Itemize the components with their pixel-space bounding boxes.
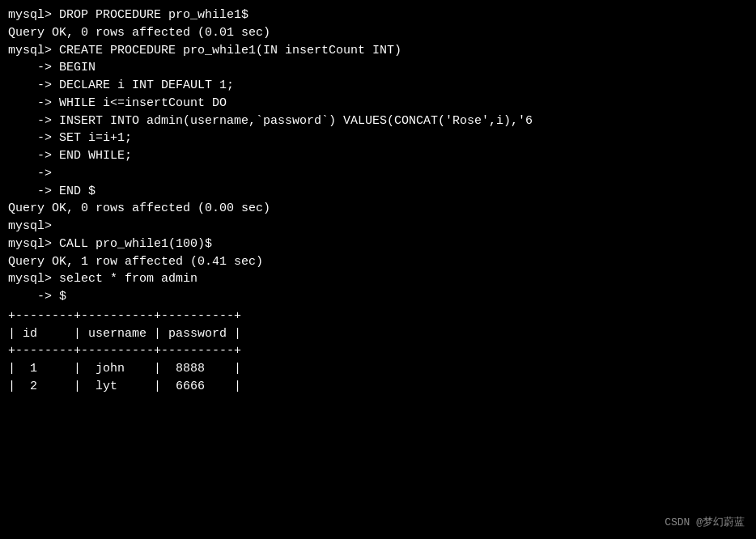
line-13: Query OK, 0 rows affected (0.00 sec): [8, 200, 748, 218]
line-10: -> END WHILE;: [8, 147, 748, 165]
line-15: mysql>: [8, 218, 748, 236]
line-9: -> SET i=i+1;: [8, 129, 748, 147]
line-1: mysql> DROP PROCEDURE pro_while1$: [8, 6, 748, 24]
line-8: -> INSERT INTO admin(username,`password`…: [8, 112, 748, 130]
line-4: mysql> CREATE PROCEDURE pro_while1(IN in…: [8, 42, 748, 60]
line-17: Query OK, 1 row affected (0.41 sec): [8, 253, 748, 271]
line-11: ->: [8, 165, 748, 183]
line-19: mysql> select * from admin: [8, 270, 748, 288]
line-12: -> END $: [8, 183, 748, 201]
terminal-output: mysql> DROP PROCEDURE pro_while1$ Query …: [8, 6, 748, 396]
watermark: CSDN @梦幻蔚蓝: [665, 515, 745, 529]
line-2: Query OK, 0 rows affected (0.01 sec): [8, 24, 748, 42]
line-16: mysql> CALL pro_while1(100)$: [8, 236, 748, 253]
table-row-2: | 2 | lyt | 6666 |: [8, 378, 748, 396]
table-header: | id | username | password |: [8, 325, 748, 343]
line-6: -> DECLARE i INT DEFAULT 1;: [8, 77, 748, 95]
table-row-1: | 1 | john | 8888 |: [8, 360, 748, 378]
line-7: -> WHILE i<=insertCount DO: [8, 95, 748, 112]
line-20: -> $: [8, 288, 748, 306]
terminal: mysql> DROP PROCEDURE pro_while1$ Query …: [0, 0, 756, 539]
table-border-top: +--------+----------+----------+: [8, 308, 748, 325]
line-5: -> BEGIN: [8, 59, 748, 77]
table-border-mid: +--------+----------+----------+: [8, 342, 748, 360]
result-table: +--------+----------+----------+ | id | …: [8, 308, 748, 396]
